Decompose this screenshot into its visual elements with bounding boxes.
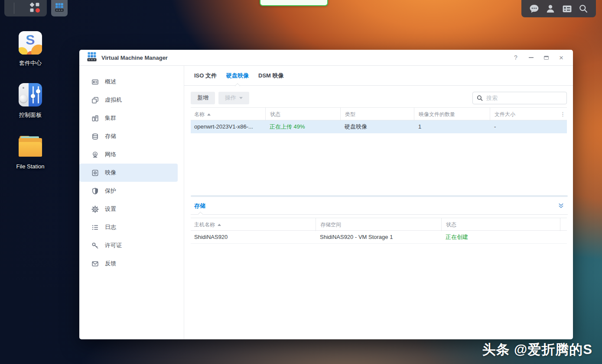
pane-splitter[interactable]	[191, 195, 568, 197]
cluster-icon	[91, 115, 99, 122]
tab-iso-files[interactable]: ISO 文件	[194, 66, 217, 86]
sidebar-item-settings[interactable]: 设置	[79, 200, 178, 218]
search-box[interactable]	[472, 92, 567, 104]
storage-section-header: 存储	[191, 197, 568, 215]
virtual-machine-icon	[91, 97, 99, 104]
cell-hostname: ShidiNAS920	[191, 234, 316, 240]
sidebar-item-image[interactable]: 映像	[79, 164, 178, 182]
disk-image-table: 名称 状态 类型 映像文件的数量 文件大小 ⋮ openwrt-2023V1-x…	[191, 107, 567, 133]
sidebar-item-network[interactable]: 网络	[79, 145, 178, 164]
notifications-icon[interactable]	[527, 1, 541, 16]
column-header-size[interactable]: 文件大小	[490, 108, 560, 121]
double-chevron-down-icon[interactable]	[558, 203, 564, 209]
taskbar-main-menu-group[interactable]	[4, 0, 47, 16]
column-header-spacer	[560, 218, 567, 231]
cell-size: -	[490, 123, 560, 130]
add-button[interactable]: 新增	[191, 92, 215, 104]
sidebar-item-overview[interactable]: 概述	[79, 73, 178, 91]
settings-icon	[91, 206, 99, 213]
sidebar: 概述 虚拟机 集群 存储 网络 映像 保护 设置	[79, 66, 184, 339]
desktop-icon-package-center[interactable]: S 套件中心	[8, 30, 53, 67]
sidebar-item-storage[interactable]: 存储	[79, 127, 178, 145]
logs-icon	[91, 224, 99, 231]
column-header-status[interactable]: 状态	[441, 218, 560, 231]
cell-status: 正在创建	[441, 233, 560, 241]
action-dropdown-button[interactable]: 操作	[218, 92, 249, 104]
column-header-status[interactable]: 状态	[265, 108, 340, 121]
storage-icon	[91, 133, 99, 140]
file-station-icon	[18, 134, 43, 159]
sidebar-item-virtual-machine[interactable]: 虚拟机	[79, 91, 178, 109]
window-title: Virtual Machine Manager	[101, 55, 168, 61]
network-icon	[91, 151, 99, 158]
sidebar-item-logs[interactable]: 日志	[79, 218, 178, 236]
sidebar-item-protection[interactable]: 保护	[79, 182, 178, 200]
maximize-button[interactable]	[543, 55, 549, 61]
close-button[interactable]: ×	[558, 55, 564, 61]
desktop-icon-file-station[interactable]: File Station	[8, 134, 53, 170]
desktop-icon-label: 控制面板	[8, 111, 53, 119]
tab-disk-image[interactable]: 硬盘映像	[226, 66, 249, 86]
license-icon	[91, 242, 99, 249]
protection-icon	[91, 187, 99, 195]
watermark-text: 头条 @爱折腾的S	[482, 341, 592, 359]
column-header-count[interactable]: 映像文件的数量	[414, 108, 490, 121]
taskbar-tray-group	[521, 0, 596, 17]
cell-count: 1	[414, 123, 490, 130]
toast-notification	[260, 0, 328, 6]
cell-type: 硬盘映像	[340, 123, 414, 131]
column-header-type[interactable]: 类型	[340, 108, 414, 121]
column-header-hostname[interactable]: 主机名称	[191, 218, 316, 231]
sidebar-item-feedback[interactable]: 反馈	[79, 254, 178, 273]
table-row[interactable]: openwrt-2023V1-x86-... 正在上传 49% 硬盘映像 1 -	[191, 120, 567, 133]
overview-icon	[91, 78, 99, 86]
chevron-down-icon	[239, 97, 243, 99]
vmm-window-icon	[86, 51, 98, 64]
column-header-name[interactable]: 名称	[191, 108, 265, 121]
widgets-icon[interactable]	[560, 1, 574, 16]
taskbar-vmm-app-button[interactable]	[51, 0, 68, 16]
control-panel-icon	[18, 82, 43, 107]
table-row[interactable]: ShidiNAS920 ShidiNAS920 - VM Storage 1 正…	[191, 231, 567, 244]
feedback-icon	[91, 260, 99, 267]
vmm-window: Virtual Machine Manager ? × 概述 虚拟机 集群 存储…	[79, 50, 573, 339]
toolbar: 新增 操作	[191, 91, 567, 104]
sidebar-item-license[interactable]: 许可证	[79, 236, 178, 254]
minimize-button[interactable]	[528, 55, 534, 61]
tab-dsm-image[interactable]: DSM 映像	[258, 66, 284, 86]
cell-storage-space: ShidiNAS920 - VM Storage 1	[316, 234, 441, 240]
disk-table-header: 名称 状态 类型 映像文件的数量 文件大小 ⋮	[191, 107, 567, 120]
window-titlebar[interactable]: Virtual Machine Manager ? ×	[79, 50, 573, 66]
sidebar-item-cluster[interactable]: 集群	[79, 109, 178, 127]
sort-ascending-icon	[207, 113, 211, 116]
user-options-icon[interactable]	[543, 1, 558, 16]
tab-bar: ISO 文件 硬盘映像 DSM 映像	[184, 66, 573, 86]
storage-section-title[interactable]: 存储	[194, 202, 205, 210]
search-icon	[477, 95, 483, 101]
storage-table: 主机名称 存储空间 状态 ShidiNAS920 ShidiNAS920 - V…	[191, 218, 567, 244]
package-center-icon: S	[18, 30, 43, 55]
help-button[interactable]: ?	[513, 55, 519, 61]
column-header-storage-space[interactable]: 存储空间	[316, 218, 441, 231]
sort-ascending-icon	[218, 224, 221, 226]
desktop-icon-control-panel[interactable]: 控制面板	[8, 82, 53, 119]
storage-table-header: 主机名称 存储空间 状态	[191, 218, 567, 231]
image-icon	[91, 169, 99, 177]
vmm-app-icon	[54, 2, 65, 14]
column-options-icon[interactable]: ⋮	[560, 113, 568, 115]
desktop-icon-label: 套件中心	[8, 59, 53, 67]
main-content: ISO 文件 硬盘映像 DSM 映像 新增 操作 名称 状态 类型 映像文件的数…	[184, 66, 573, 339]
cell-name: openwrt-2023V1-x86-...	[191, 123, 265, 130]
search-icon[interactable]	[576, 1, 591, 16]
desktop-icon-label: File Station	[8, 163, 53, 170]
cell-status: 正在上传 49%	[265, 123, 340, 131]
taskbar-divider	[14, 3, 14, 14]
search-input[interactable]	[486, 95, 563, 101]
main-menu-icon[interactable]	[29, 2, 41, 15]
